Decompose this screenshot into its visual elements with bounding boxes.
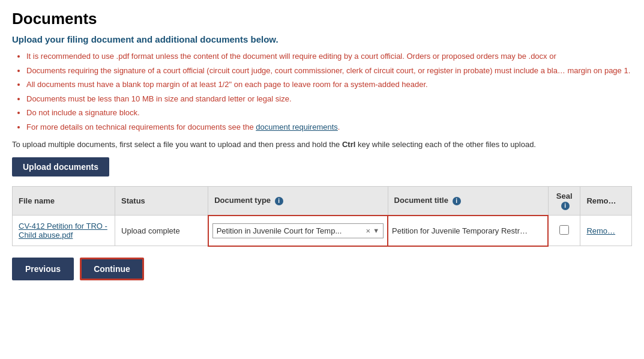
doctype-info-icon[interactable]: i xyxy=(275,197,283,205)
instructions-list: It is recommended to use .pdf format unl… xyxy=(26,50,632,133)
doctype-clear-icon[interactable]: × xyxy=(366,226,371,235)
seal-checkbox[interactable] xyxy=(559,225,569,235)
upload-documents-button[interactable]: Upload documents xyxy=(12,157,109,176)
doctype-value: Petition in Juvenile Court for Temp... xyxy=(217,226,364,235)
seal-info-icon[interactable]: i xyxy=(561,202,570,210)
bullet-item-5: Do not include a signature block. xyxy=(26,107,632,119)
bullet-item-1: It is recommended to use .pdf format unl… xyxy=(26,50,632,62)
table-header-row: File name Status Document type i Documen… xyxy=(13,187,632,216)
bullet-item-2: Documents requiring the signature of a c… xyxy=(26,65,632,77)
remove-link[interactable]: Remo… xyxy=(586,226,615,235)
page-title: Documents xyxy=(12,10,632,28)
doctitle-info-icon[interactable]: i xyxy=(453,197,461,205)
col-header-remove: Remo… xyxy=(580,187,632,216)
documents-table: File name Status Document type i Documen… xyxy=(12,186,632,247)
doc-requirements-link[interactable]: document requirements xyxy=(256,122,338,131)
file-link[interactable]: CV-412 Petition for TRO - Child abuse.pd… xyxy=(19,222,107,240)
col-header-doctype: Document type i xyxy=(208,187,388,216)
doctype-cell: Petition in Juvenile Court for Temp... ×… xyxy=(208,216,388,246)
footer-buttons: Previous Continue xyxy=(12,258,632,280)
status-text: Upload complete xyxy=(121,226,180,235)
bullet-item-4: Documents must be less than 10 MB in siz… xyxy=(26,93,632,105)
previous-button[interactable]: Previous xyxy=(12,258,74,280)
doctype-dropdown[interactable]: Petition in Juvenile Court for Temp... ×… xyxy=(212,223,384,238)
bullet-item-6: For more details on technical requiremen… xyxy=(26,121,632,133)
page-container: Documents Upload your filing document an… xyxy=(0,0,644,290)
col-header-seal: Seal i xyxy=(548,187,580,216)
col-header-doctitle: Document title i xyxy=(388,187,548,216)
remove-cell: Remo… xyxy=(580,216,632,246)
doctitle-input[interactable] xyxy=(392,226,544,235)
doctype-arrow-icon[interactable]: ▼ xyxy=(373,227,379,234)
bullet-item-3: All documents must have a blank top marg… xyxy=(26,79,632,91)
seal-cell xyxy=(548,216,580,246)
continue-button[interactable]: Continue xyxy=(80,258,144,280)
status-cell: Upload complete xyxy=(115,216,208,246)
page-subtitle: Upload your filing document and addition… xyxy=(12,34,632,44)
col-header-filename: File name xyxy=(13,187,115,216)
col-header-status: Status xyxy=(115,187,208,216)
file-name-cell: CV-412 Petition for TRO - Child abuse.pd… xyxy=(13,216,115,246)
table-row: CV-412 Petition for TRO - Child abuse.pd… xyxy=(13,216,632,246)
upload-instructions: To upload multiple documents, first sele… xyxy=(12,140,632,149)
doctitle-cell xyxy=(388,216,548,246)
